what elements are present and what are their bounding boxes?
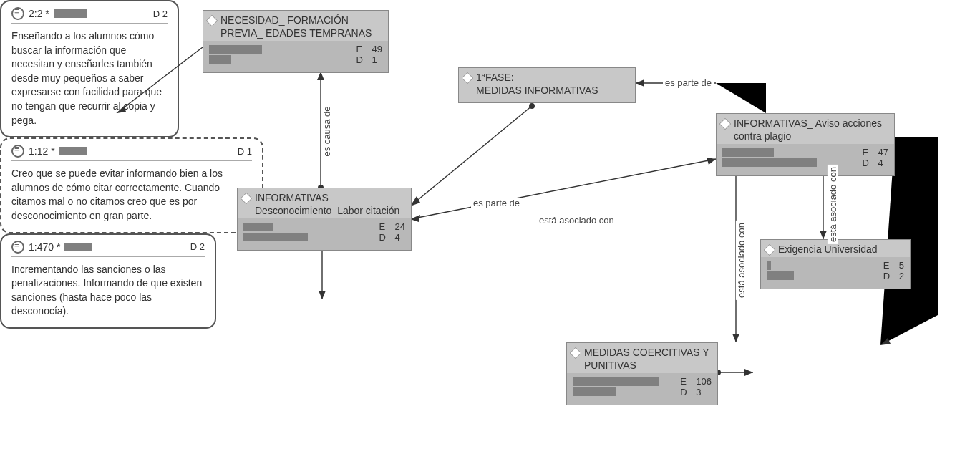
edge-label-es-parte-2: es parte de — [663, 77, 714, 88]
quote-text: Creo que se puede evitar informando bien… — [11, 167, 252, 223]
diamond-icon — [719, 118, 732, 130]
code-metrics: E106 D3 — [680, 376, 712, 397]
quote-title: 1:12 * — [29, 145, 55, 157]
edge-label-es-parte: es parte de — [471, 198, 522, 208]
svg-marker-9 — [319, 291, 326, 299]
code-inf-desconocimiento[interactable]: INFORMATIVAS_ Desconocimiento_Labor cita… — [237, 188, 412, 251]
code-title: INFORMATIVAS_ Desconocimiento_Labor cita… — [255, 191, 407, 217]
svg-line-5 — [410, 106, 532, 206]
quote-icon — [11, 7, 24, 20]
bar — [573, 387, 616, 396]
svg-marker-12 — [636, 79, 644, 87]
bar — [767, 261, 771, 270]
bar — [573, 377, 659, 386]
code-metrics: E5 D2 — [883, 260, 904, 281]
code-title: Exigencia Universidad — [778, 243, 906, 256]
quote-d: D 1 — [238, 146, 252, 157]
code-fase1[interactable]: 1ªFASE: MEDIDAS INFORMATIVAS — [458, 67, 636, 103]
quote-text: Incrementando las sanciones o las penali… — [11, 263, 205, 319]
edge-label-asociado-1: está asociado con — [537, 215, 616, 226]
code-inf-aviso[interactable]: INFORMATIVAS_ Aviso acciones contra plag… — [716, 113, 895, 176]
svg-marker-22 — [880, 338, 891, 345]
code-title: NECESIDAD_ FORMACIÓN PREVIA_ EDADES TEMP… — [220, 14, 384, 39]
code-metrics: E49 D1 — [356, 44, 382, 65]
quote-icon — [11, 145, 24, 158]
svg-marker-14 — [410, 215, 420, 222]
diamond-icon — [570, 347, 582, 359]
code-necesidad[interactable]: NECESIDAD_ FORMACIÓN PREVIA_ EDADES TEMP… — [203, 10, 389, 73]
bar — [243, 223, 273, 231]
bar — [722, 158, 817, 167]
quote-1-470[interactable]: 1:470 * D 2 Incrementando las sanciones … — [0, 233, 216, 329]
code-metrics: E24 D4 — [379, 221, 405, 243]
diamond-icon — [462, 72, 474, 85]
edge-label-asociado-3: está asociado con — [828, 165, 838, 244]
svg-marker-6 — [410, 196, 420, 206]
code-title: INFORMATIVAS_ Aviso acciones contra plag… — [734, 117, 890, 143]
bar — [209, 45, 262, 54]
quote-title: 1:470 * — [29, 241, 60, 253]
edge-label-asociado-2: está asociado con — [736, 221, 747, 300]
bar — [722, 148, 774, 157]
svg-marker-24 — [744, 369, 753, 376]
svg-marker-18 — [820, 231, 827, 239]
diamond-icon — [764, 244, 776, 256]
bar — [59, 147, 87, 155]
quote-title: 2:2 * — [29, 8, 49, 19]
quote-d: D 2 — [153, 9, 168, 19]
code-metrics: E47 D4 — [863, 147, 888, 168]
code-title: 1ªFASE: MEDIDAS INFORMATIVAS — [476, 71, 631, 97]
diamond-icon — [241, 193, 253, 205]
bar — [209, 55, 231, 64]
edge-label-es-causa: es causa de — [321, 104, 332, 158]
quote-2-2[interactable]: 2:2 * D 2 Enseñando a los alumnos cómo b… — [0, 0, 179, 137]
bar — [767, 271, 794, 280]
bar — [64, 243, 92, 251]
code-coercitivas[interactable]: MEDIDAS COERCITIVAS Y PUNITIVAS E106 D3 — [566, 342, 718, 405]
diamond-icon — [206, 15, 218, 27]
svg-line-13 — [410, 159, 716, 219]
svg-marker-15 — [707, 158, 716, 165]
svg-point-7 — [529, 103, 535, 109]
svg-marker-21 — [732, 334, 739, 342]
bar — [243, 233, 308, 241]
quote-1-12[interactable]: 1:12 * D 1 Creo que se puede evitar info… — [0, 137, 263, 233]
code-title: MEDIDAS COERCITIVAS Y PUNITIVAS — [584, 346, 713, 372]
quote-text: Enseñando a los alumnos cómo buscar la i… — [11, 29, 168, 127]
code-exigencia[interactable]: Exigencia Universidad E5 D2 — [760, 239, 911, 289]
quote-icon — [11, 241, 24, 254]
bar — [54, 9, 87, 18]
quote-d: D 2 — [190, 241, 205, 252]
